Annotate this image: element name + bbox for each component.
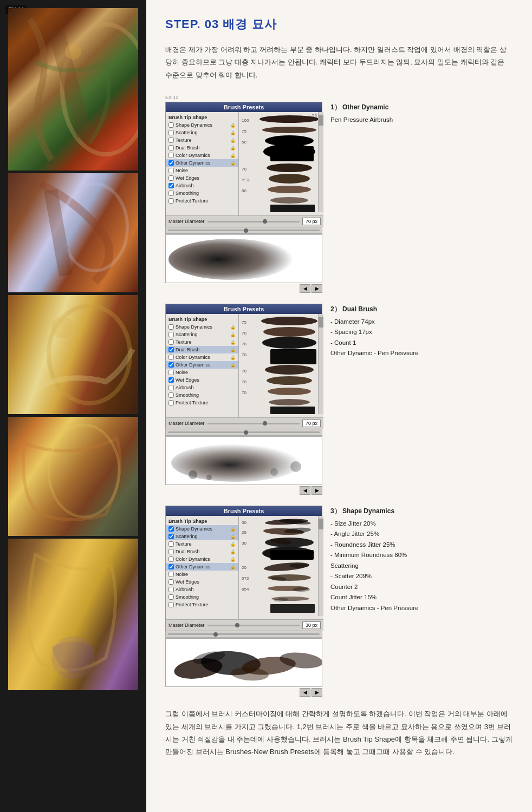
svg-point-28 xyxy=(261,317,317,325)
brush2-scatter[interactable]: Scattering🔒 xyxy=(166,331,238,338)
brush3-dual[interactable]: Dual Brush🔒 xyxy=(166,548,238,555)
brush-item-dual[interactable]: Dual Brush🔒 xyxy=(166,144,238,152)
artwork-strip-3 xyxy=(8,295,138,414)
diameter-slider-1[interactable] xyxy=(207,221,300,222)
brush2-tip-shape[interactable]: Brush Tip Shape xyxy=(166,316,238,323)
ex-badge-1: EX 12 xyxy=(165,95,513,100)
svg-text:70: 70 xyxy=(242,342,246,346)
nav-next-2[interactable]: ▶ xyxy=(312,486,322,495)
brush3-smooth[interactable]: Smoothing xyxy=(166,593,238,601)
svg-rect-34 xyxy=(270,349,316,364)
brush-section-2: Brush Presets Brush Tip Shape Shape Dyna… xyxy=(165,304,513,495)
brush-desc-line-3-8: Other Dynamics - Pen Pressure xyxy=(330,603,513,614)
svg-text:70: 70 xyxy=(242,167,246,172)
brush-panel-container-2: Brush Presets Brush Tip Shape Shape Dyna… xyxy=(165,304,513,495)
svg-text:572: 572 xyxy=(242,576,249,581)
svg-point-10 xyxy=(259,115,319,123)
brush-desc-line-2-3: Other Dynamic - Pen Presvsure xyxy=(330,348,513,359)
brush-item-shape-dyn[interactable]: Shape Dynamics🔒 xyxy=(166,121,238,129)
brush-list-2: Brush Tip Shape Shape Dynamics🔒 Scatteri… xyxy=(166,314,239,417)
brush3-texture[interactable]: Texture🔒 xyxy=(166,540,238,548)
diameter-slider-3[interactable] xyxy=(207,625,300,626)
svg-text:100: 100 xyxy=(242,118,249,123)
brush2-shape-dyn[interactable]: Shape Dynamics🔒 xyxy=(166,323,238,331)
svg-point-47 xyxy=(290,461,301,472)
svg-point-18 xyxy=(267,163,312,172)
svg-text:70: 70 xyxy=(242,369,246,374)
brush2-other-dyn[interactable]: Other Dynamics🔒 xyxy=(166,361,238,369)
svg-point-61 xyxy=(289,564,309,568)
brush3-scatter[interactable]: Scattering🔒 xyxy=(166,533,238,540)
brush2-wet[interactable]: Wet Edges xyxy=(166,376,238,384)
brush-desc-line-2-1: - Spacing 17px xyxy=(330,327,513,338)
brush2-texture[interactable]: Texture🔒 xyxy=(166,338,238,346)
brush-item-color-dyn[interactable]: Color Dynamics🔒 xyxy=(166,152,238,159)
brush3-wet[interactable]: Wet Edges xyxy=(166,578,238,586)
svg-point-41 xyxy=(269,399,310,405)
brush3-protect[interactable]: Protect Texture xyxy=(166,601,238,608)
brush-item-texture[interactable]: Texture🔒 xyxy=(166,136,238,144)
brush-desc-line-3-0: - Size Jitter 20% xyxy=(330,519,513,529)
brush-desc-line-3-1: - Angle Jitter 25% xyxy=(330,529,513,540)
artwork-strip-4 xyxy=(8,417,138,536)
brush-item-other-dyn[interactable]: Other Dynamics🔒 xyxy=(166,159,238,167)
svg-text:30: 30 xyxy=(242,541,246,546)
bottom-text: 그럼 이쯤에서 브러시 커스터마이징에 대해 간략하게 설명하도록 하겠습니다.… xyxy=(165,708,513,758)
diameter-slider-2[interactable] xyxy=(207,423,300,424)
nav-next-1[interactable]: ▶ xyxy=(312,284,322,293)
nav-prev-1[interactable]: ◀ xyxy=(300,284,310,293)
svg-text:70: 70 xyxy=(242,390,246,395)
brush-item-tip-shape[interactable]: Brush Tip Shape xyxy=(166,114,238,121)
diameter-value-2: 70 px xyxy=(302,420,321,427)
svg-point-44 xyxy=(189,470,197,479)
nav-prev-3[interactable]: ◀ xyxy=(300,688,310,697)
brush3-color-dyn[interactable]: Color Dynamics🔒 xyxy=(166,555,238,563)
brush-item-smooth[interactable]: Smoothing xyxy=(166,189,238,197)
svg-point-67 xyxy=(293,587,310,592)
brush-item-wet[interactable]: Wet Edges xyxy=(166,174,238,182)
svg-text:75: 75 xyxy=(242,129,246,134)
svg-text:50: 50 xyxy=(242,140,246,145)
master-diameter-bar-3: Master Diameter 30 px xyxy=(166,619,323,631)
nav-next-3[interactable]: ▶ xyxy=(312,688,322,697)
brush-description-3: 3） Shape Dynamics - Size Jitter 20% - An… xyxy=(330,506,513,613)
artwork-strip-1 xyxy=(8,8,138,171)
svg-point-46 xyxy=(270,468,278,476)
brush2-smooth[interactable]: Smoothing xyxy=(166,391,238,399)
brush-large-preview-1 xyxy=(165,234,322,283)
svg-point-26 xyxy=(168,239,293,280)
brush-section-1: EX 12 Brush Presets Brush Tip Shape xyxy=(165,95,513,293)
brush-section-3: Brush Presets Brush Tip Shape Shape Dyna… xyxy=(165,506,513,697)
brush-description-2: 2） Dual Brush - Diameter 74px - Spacing … xyxy=(330,304,513,359)
svg-rect-70 xyxy=(270,604,315,613)
svg-text:½: ½ xyxy=(242,178,245,182)
brush3-noise[interactable]: Noise xyxy=(166,571,238,578)
brush3-tip-shape[interactable]: Brush Tip Shape xyxy=(166,518,238,525)
brush3-shape-dyn[interactable]: Shape Dynamics🔒 xyxy=(166,525,238,533)
brush3-other-dyn[interactable]: Other Dynamics🔒 xyxy=(166,563,238,571)
brush-item-protect[interactable]: Protect Texture xyxy=(166,197,238,205)
nav-prev-2[interactable]: ◀ xyxy=(300,486,310,495)
brush-item-airbrush[interactable]: Airbrush xyxy=(166,182,238,189)
panel-nav-3: ◀ ▶ xyxy=(165,688,322,697)
brush2-noise[interactable]: Noise xyxy=(166,369,238,376)
brush-desc-line-2-0: - Diameter 74px xyxy=(330,317,513,328)
panel-nav-2: ◀ ▶ xyxy=(165,486,322,495)
brush-item-scatter[interactable]: Scattering🔒 xyxy=(166,129,238,136)
svg-text:⅔: ⅔ xyxy=(246,178,250,182)
svg-text:75: 75 xyxy=(242,320,246,325)
brush2-airbrush[interactable]: Airbrush xyxy=(166,384,238,391)
svg-text:20: 20 xyxy=(242,565,246,570)
brush2-dual[interactable]: Dual Brush🔒 xyxy=(166,346,238,353)
brush2-protect[interactable]: Protect Texture xyxy=(166,399,238,407)
svg-text:29: 29 xyxy=(242,530,246,535)
brush-list-1: Brush Tip Shape Shape Dynamics🔒 Scatteri… xyxy=(166,112,239,215)
brush-item-noise[interactable]: Noise xyxy=(166,167,238,174)
left-panel: EX 11 xyxy=(0,0,146,812)
brush2-color-dyn[interactable]: Color Dynamics🔒 xyxy=(166,353,238,361)
svg-rect-58 xyxy=(270,550,314,560)
svg-point-38 xyxy=(267,376,312,385)
brush3-airbrush[interactable]: Airbrush xyxy=(166,586,238,593)
svg-point-45 xyxy=(206,475,212,480)
svg-point-21 xyxy=(269,174,310,184)
